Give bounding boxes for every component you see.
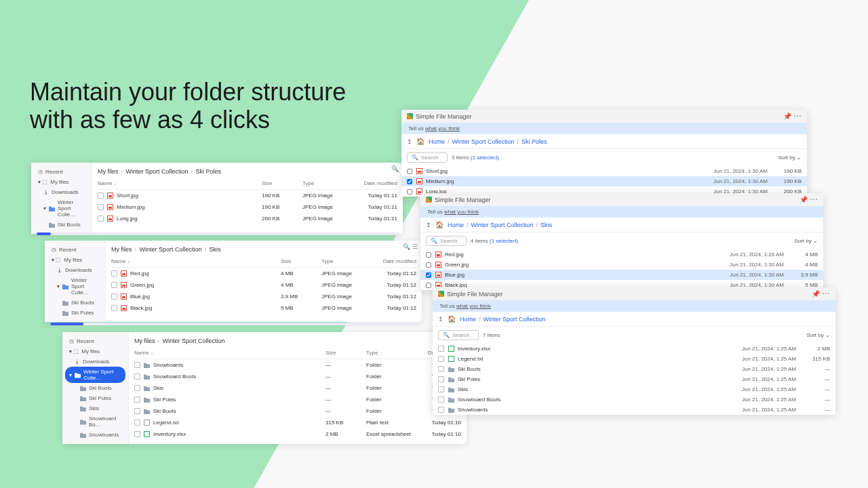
list-item[interactable]: Legend.txtJun 21, 2024, 1:25 AM315 KB: [433, 354, 835, 364]
search-icon[interactable]: 🔍: [391, 165, 399, 172]
up-icon[interactable]: ↥: [426, 222, 431, 228]
list-item[interactable]: Inventory.xlsxJun 21, 2024, 1:25 AM2 MB: [433, 344, 835, 354]
sort-button[interactable]: Sort by ⌄: [794, 238, 818, 244]
checkbox[interactable]: [134, 396, 140, 403]
sidebar-downloads[interactable]: ⭳ Downloads: [45, 265, 105, 275]
checkbox[interactable]: [438, 407, 444, 413]
sidebar-wsc[interactable]: ▾ Winter Sport Colle…: [65, 367, 125, 383]
table-row[interactable]: Long.jpg200 KBJPEG imageToday 01:11: [98, 213, 397, 224]
sidebar-skipoles[interactable]: Ski Poles: [45, 308, 105, 318]
checkbox[interactable]: [134, 362, 140, 368]
sidebar-myfiles[interactable]: ▾ ⬚ My files: [62, 346, 128, 357]
sidebar-recent[interactable]: ◷ Recent: [31, 167, 92, 177]
sidebar-skiboots[interactable]: Ski Boots: [62, 383, 128, 393]
checkbox[interactable]: [111, 293, 117, 300]
table-row[interactable]: Green.jpg4 MBJPEG imageToday 01:12: [111, 279, 416, 291]
checkbox[interactable]: [111, 305, 117, 311]
up-icon[interactable]: ↥: [438, 316, 443, 323]
table-row[interactable]: Skis—FolderToday 01:13: [134, 382, 461, 394]
more-icon[interactable]: ⋯: [822, 289, 830, 298]
feedback-bar[interactable]: Tell us what you think: [401, 123, 807, 134]
checkbox[interactable]: [438, 346, 444, 352]
sidebar-recent[interactable]: ◷ Recent: [45, 245, 105, 255]
table-row[interactable]: Legend.txt315 KBPlain textToday 01:10: [134, 417, 461, 428]
feedback-bar[interactable]: Tell us what you think: [433, 300, 835, 312]
list-item[interactable]: Medium.jpgJun 21, 2024, 1:30 AM190 KB: [401, 176, 807, 186]
home-icon[interactable]: 🏠: [435, 221, 443, 228]
table-row[interactable]: Inventory.xlsx2 MBExcel spreadsheetToday…: [134, 428, 461, 440]
list-item[interactable]: Snowboard BootsJun 21, 2024, 1:25 AM—: [433, 394, 835, 405]
sidebar-wsc[interactable]: ▾ Winter Sport Colle…: [31, 197, 92, 220]
checkbox[interactable]: [134, 420, 140, 426]
sort-button[interactable]: Sort by ⌄: [778, 155, 802, 161]
checkbox[interactable]: [438, 376, 444, 382]
checkbox[interactable]: [111, 270, 117, 277]
home-icon[interactable]: 🏠: [448, 315, 456, 323]
sidebar-downloads[interactable]: ⭳ Downloads: [31, 187, 92, 197]
sidebar-downloads[interactable]: ⭳ Downloads: [62, 357, 128, 367]
search-input[interactable]: 🔍 Search: [438, 330, 479, 340]
list-item[interactable]: Ski BootsJun 21, 2024, 1:25 AM—: [433, 364, 835, 374]
sidebar-myfiles[interactable]: ▾ ⬚ My files: [31, 177, 92, 187]
feedback-bar[interactable]: Tell us what you think: [420, 206, 823, 218]
pin-icon[interactable]: 📌: [783, 113, 791, 120]
up-icon[interactable]: ↥: [407, 138, 412, 145]
table-row[interactable]: Ski Boots—FolderToday 01:13: [134, 405, 461, 417]
checkbox[interactable]: [426, 262, 431, 268]
pin-icon[interactable]: 📌: [800, 196, 808, 203]
table-row[interactable]: Red.jpg4 MBJPEG imageToday 01:12: [111, 268, 416, 279]
list-item[interactable]: SnowboardsJun 21, 2024, 1:25 AM—: [433, 405, 835, 415]
search-input[interactable]: 🔍 Search: [426, 236, 467, 246]
date: Jun 21, 2024, 1:25 AM: [730, 346, 796, 352]
checkbox[interactable]: [98, 204, 104, 210]
checkbox[interactable]: [407, 169, 412, 174]
list-item[interactable]: Red.jpgJun 21, 2024, 1:28 AM4 MB: [420, 249, 823, 260]
table-row[interactable]: Short.jpg190 KBJPEG imageToday 01:11: [98, 190, 397, 201]
table-row[interactable]: Blue.jpg3.9 MBJPEG imageToday 01:12: [111, 291, 416, 302]
checkbox[interactable]: [98, 216, 104, 222]
checkbox[interactable]: [407, 189, 412, 195]
sidebar-snowboard-bo[interactable]: Snowboard Bo…: [62, 413, 128, 430]
sidebar-skiboots[interactable]: Ski Boots: [31, 220, 92, 230]
table-row[interactable]: Ski Poles—FolderToday 01:13: [134, 394, 461, 405]
checkbox[interactable]: [438, 366, 444, 372]
checkbox[interactable]: [438, 396, 444, 403]
sidebar-skis[interactable]: Skis: [62, 403, 128, 413]
table-row[interactable]: Black.jpg5 MBJPEG imageToday 01:12: [111, 302, 416, 314]
toolbar: 🔍 Search 7 items Sort by ⌄: [433, 327, 835, 344]
checkbox[interactable]: [134, 373, 140, 380]
search-icon[interactable]: 🔍 ☰: [403, 243, 418, 250]
checkbox[interactable]: [134, 408, 140, 414]
file-icon: [144, 396, 150, 403]
list-item[interactable]: Green.jpgJun 21, 2024, 1:30 AM4 MB: [420, 260, 823, 270]
table-row[interactable]: Snowboard Boots—FolderToday 01:13: [134, 371, 461, 382]
more-icon[interactable]: ⋯: [810, 195, 818, 204]
list-item[interactable]: Short.jpgJun 21, 2024, 1:30 AM190 KB: [401, 166, 807, 176]
sidebar-snowboards[interactable]: Snowboards: [62, 430, 128, 440]
sidebar-skiboots[interactable]: Ski Boots: [45, 298, 105, 308]
checkbox[interactable]: [134, 385, 140, 391]
checkbox[interactable]: [98, 192, 104, 199]
checkbox[interactable]: [134, 431, 140, 437]
search-input[interactable]: 🔍 Search: [407, 152, 448, 163]
list-item[interactable]: Blue.jpgJun 21, 2024, 1:30 AM3.9 MB: [420, 270, 823, 280]
checkbox[interactable]: [426, 283, 431, 288]
list-item[interactable]: SkisJun 21, 2024, 1:25 AM—: [433, 384, 835, 394]
checkbox[interactable]: [426, 252, 431, 258]
table-row[interactable]: Medium.jpg190 KBJPEG imageToday 01:11: [98, 201, 397, 213]
table-row[interactable]: Snowboards—FolderToday 01:13: [134, 359, 461, 371]
sidebar-wsc[interactable]: ▾ Winter Sport Colle…: [45, 275, 105, 298]
checkbox[interactable]: [438, 356, 444, 362]
home-icon[interactable]: 🏠: [416, 138, 425, 145]
checkbox[interactable]: [407, 179, 412, 184]
pin-icon[interactable]: 📌: [812, 290, 820, 298]
sort-button[interactable]: Sort by ⌄: [806, 332, 830, 338]
sidebar-myfiles[interactable]: ▾ ⬚ My files: [45, 255, 105, 265]
sidebar-skipoles[interactable]: Ski Poles: [62, 393, 128, 403]
checkbox[interactable]: [426, 272, 431, 278]
list-item[interactable]: Ski PolesJun 21, 2024, 1:25 AM—: [433, 374, 835, 384]
sidebar-recent[interactable]: ◷ Recent: [62, 336, 128, 346]
checkbox[interactable]: [111, 282, 117, 288]
more-icon[interactable]: ⋯: [793, 111, 802, 121]
checkbox[interactable]: [438, 386, 444, 392]
